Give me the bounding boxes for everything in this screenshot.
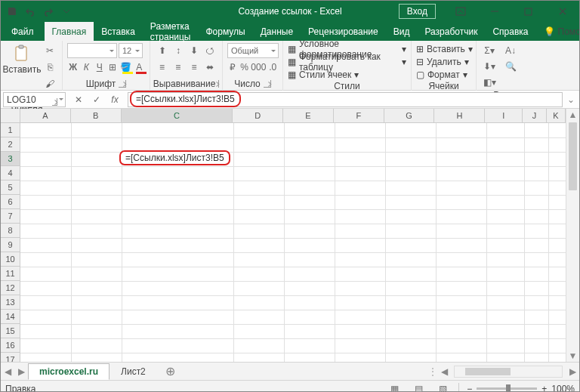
undo-icon[interactable] — [22, 3, 39, 20]
font-color-button[interactable]: A — [134, 60, 146, 75]
row-2[interactable]: 2 — [1, 137, 20, 152]
fill-color-button[interactable]: 🪣 — [120, 60, 132, 75]
align-middle-icon[interactable]: ↕ — [171, 43, 185, 58]
signin-button[interactable]: Вход — [399, 4, 436, 19]
horizontal-scrollbar[interactable] — [454, 366, 563, 378]
tab-developer[interactable]: Разработчик — [417, 22, 485, 41]
row-3[interactable]: 3 — [1, 152, 20, 166]
comma-icon[interactable]: 000 — [251, 60, 266, 75]
row-5[interactable]: 5 — [1, 181, 20, 195]
row-13[interactable]: 13 — [1, 295, 20, 310]
bold-button[interactable]: Ж — [67, 60, 79, 75]
row-4[interactable]: 4 — [1, 166, 20, 181]
tab-file[interactable]: Файл — [1, 22, 45, 41]
fill-icon[interactable]: ⬇▾ — [481, 59, 498, 74]
zoom-control[interactable]: − + 100% — [467, 384, 575, 393]
clipboard-dialog-launcher[interactable] — [52, 98, 57, 106]
row-11[interactable]: 11 — [1, 267, 20, 281]
col-B[interactable]: B — [71, 109, 122, 123]
orientation-icon[interactable]: ⭯ — [203, 43, 218, 58]
hscroll-left-icon[interactable]: ◀ — [437, 363, 451, 381]
clear-icon[interactable]: ◧▾ — [481, 75, 498, 90]
align-top-icon[interactable]: ⬆ — [155, 43, 169, 58]
sheet-nav-next-icon[interactable]: ▶ — [14, 363, 28, 381]
expand-formula-bar-icon[interactable]: ⌄ — [563, 94, 579, 105]
zoom-out-icon[interactable]: − — [467, 384, 472, 393]
merge-icon[interactable]: ⬌ — [203, 60, 218, 75]
vscroll-thumb[interactable] — [569, 122, 577, 190]
row-17[interactable]: 17 — [1, 353, 20, 362]
sheet-nav-prev-icon[interactable]: ◀ — [1, 363, 14, 381]
sort-filter-icon[interactable]: A↓ — [502, 43, 519, 58]
copy-icon[interactable]: ⎘ — [42, 60, 58, 75]
tab-tellme[interactable]: 💡Помощн — [536, 22, 580, 41]
hscroll-thumb[interactable] — [465, 368, 511, 375]
zoom-slider[interactable] — [477, 387, 537, 390]
row-16[interactable]: 16 — [1, 338, 20, 353]
row-1[interactable]: 1 — [1, 123, 20, 137]
zoom-value[interactable]: 100% — [551, 384, 575, 393]
align-bottom-icon[interactable]: ⬇ — [187, 43, 202, 58]
tab-insert[interactable]: Вставка — [94, 22, 143, 41]
row-10[interactable]: 10 — [1, 252, 20, 267]
fx-icon[interactable]: fx — [106, 92, 123, 107]
row-6[interactable]: 6 — [1, 195, 20, 209]
worksheet-grid[interactable]: A B C D E F G H I J K 123456789101112131… — [1, 109, 579, 362]
currency-icon[interactable]: ₽ — [227, 60, 238, 75]
view-normal-icon[interactable]: ▦ — [386, 383, 403, 393]
row-7[interactable]: 7 — [1, 209, 20, 224]
col-H[interactable]: H — [434, 109, 485, 123]
font-size-combo[interactable]: 12 — [119, 43, 143, 58]
scroll-up-icon[interactable]: ▲ — [566, 109, 579, 121]
qat-dropdown-icon[interactable] — [58, 3, 75, 20]
border-button[interactable]: ⊞ — [107, 60, 119, 75]
inc-dec-icon[interactable]: .0 — [267, 60, 278, 75]
scroll-down-icon[interactable]: ▼ — [566, 350, 579, 362]
tab-layout[interactable]: Разметка страницы — [143, 22, 199, 41]
hscroll-right-icon[interactable]: ▶ — [566, 363, 579, 381]
active-cell-edit[interactable]: =[Ссылки.xlsx]Лист3!B5 — [119, 150, 230, 165]
autosum-icon[interactable]: Σ▾ — [481, 43, 498, 58]
align-dialog-launcher[interactable] — [218, 80, 219, 88]
row-8[interactable]: 8 — [1, 224, 20, 238]
col-G[interactable]: G — [384, 109, 435, 123]
align-center-icon[interactable]: ≡ — [171, 60, 185, 75]
number-format-combo[interactable]: Общий — [227, 43, 279, 58]
font-dialog-launcher[interactable] — [119, 80, 126, 88]
cell-styles-button[interactable]: ▦Стили ячеек▾ — [288, 69, 406, 81]
tab-formulas[interactable]: Формулы — [198, 22, 252, 41]
font-family-combo[interactable] — [67, 43, 117, 58]
save-icon[interactable] — [4, 3, 20, 20]
format-painter-icon[interactable]: 🖌 — [42, 76, 58, 91]
col-I[interactable]: I — [485, 109, 523, 123]
insert-cells-button[interactable]: ⊞Вставить▾ — [416, 43, 471, 55]
col-E[interactable]: E — [283, 109, 334, 123]
name-box-dropdown-icon[interactable] — [59, 98, 63, 103]
align-right-icon[interactable]: ≡ — [187, 60, 202, 75]
cut-icon[interactable]: ✂ — [42, 43, 58, 58]
close-icon[interactable] — [545, 1, 579, 22]
row-14[interactable]: 14 — [1, 310, 20, 324]
enter-formula-icon[interactable]: ✓ — [88, 92, 105, 107]
cells[interactable]: =[Ссылки.xlsx]Лист3!B5 — [20, 123, 566, 362]
col-F[interactable]: F — [334, 109, 384, 123]
col-D[interactable]: D — [233, 109, 283, 123]
table-format-button[interactable]: ▦Форматировать как таблицу▾ — [288, 56, 406, 68]
tab-data[interactable]: Данные — [253, 22, 301, 41]
format-cells-button[interactable]: ▢Формат▾ — [416, 69, 471, 81]
sheet-tab-2[interactable]: Лист2 — [110, 363, 157, 380]
row-15[interactable]: 15 — [1, 324, 20, 338]
sheet-tab-active[interactable]: microexcel.ru — [28, 363, 110, 380]
col-C[interactable]: C — [122, 109, 233, 123]
paste-button[interactable]: Вставить — [5, 43, 39, 76]
vertical-scrollbar[interactable]: ▲ ▼ — [566, 109, 579, 362]
italic-button[interactable]: К — [81, 60, 93, 75]
minimize-icon[interactable] — [477, 1, 511, 22]
tab-home[interactable]: Главная — [45, 22, 94, 41]
zoom-in-icon[interactable]: + — [541, 384, 547, 393]
view-pagebreak-icon[interactable]: ▧ — [434, 383, 451, 393]
tab-help[interactable]: Справка — [485, 22, 535, 41]
select-all-button[interactable] — [1, 109, 20, 123]
add-sheet-button[interactable]: ⊕ — [157, 363, 184, 380]
find-icon[interactable]: 🔍 — [502, 59, 519, 74]
